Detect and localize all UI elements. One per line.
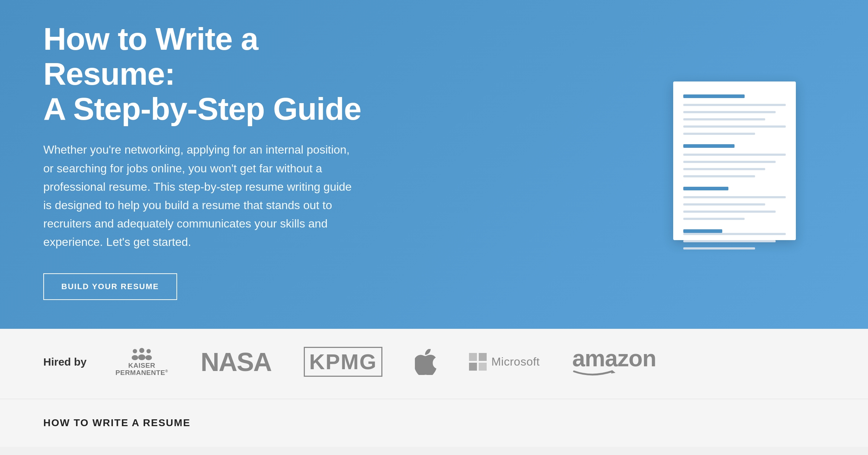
svg-point-2 bbox=[139, 348, 144, 353]
resume-lines-group bbox=[683, 196, 786, 223]
microsoft-grid-icon bbox=[469, 353, 487, 371]
resume-gray-line bbox=[683, 196, 786, 198]
resume-illustration bbox=[673, 81, 796, 240]
logos-row: KAISER PERMANENTE® NASA KPMG M bbox=[115, 347, 656, 377]
section-heading: HOW TO WRITE A RESUME bbox=[43, 417, 825, 429]
svg-point-5 bbox=[145, 355, 152, 360]
resume-gray-line bbox=[683, 118, 765, 120]
hired-by-label: Hired by bbox=[43, 356, 87, 368]
resume-section-4 bbox=[683, 229, 786, 252]
kaiser-permanente-logo: KAISER PERMANENTE® bbox=[115, 347, 168, 377]
amazon-smile-icon bbox=[572, 370, 615, 377]
resume-gray-line bbox=[683, 175, 755, 177]
resume-gray-line bbox=[683, 240, 776, 242]
resume-gray-line bbox=[683, 203, 765, 206]
build-resume-button[interactable]: BUILD YOUR RESUME bbox=[43, 273, 177, 300]
kaiser-icon bbox=[131, 347, 152, 362]
microsoft-text: Microsoft bbox=[491, 355, 540, 368]
resume-gray-line bbox=[683, 125, 786, 128]
microsoft-logo: Microsoft bbox=[469, 353, 540, 371]
resume-gray-line bbox=[683, 218, 745, 220]
nasa-text: NASA bbox=[201, 347, 271, 377]
svg-point-4 bbox=[146, 349, 151, 353]
resume-gray-line bbox=[683, 104, 786, 106]
hero-section: How to Write a Resume:A Step-by-Step Gui… bbox=[0, 0, 868, 329]
resume-gray-line bbox=[683, 154, 786, 156]
hero-description: Whether you're networking, applying for … bbox=[43, 141, 357, 251]
resume-section-1 bbox=[683, 94, 786, 138]
resume-lines-group bbox=[683, 233, 786, 252]
resume-blue-line bbox=[683, 144, 735, 148]
resume-lines-group bbox=[683, 104, 786, 138]
resume-gray-line bbox=[683, 111, 776, 113]
svg-point-0 bbox=[133, 349, 137, 353]
nasa-logo: NASA bbox=[201, 347, 271, 377]
hero-title: How to Write a Resume:A Step-by-Step Gui… bbox=[43, 22, 368, 126]
kpmg-text: KPMG bbox=[304, 347, 382, 377]
logos-section: Hired by KAISER PERMANENTE® NASA K bbox=[0, 329, 868, 399]
amazon-text: amazon bbox=[572, 347, 656, 370]
resume-gray-line bbox=[683, 168, 765, 170]
resume-blue-line bbox=[683, 94, 745, 98]
svg-marker-6 bbox=[611, 370, 615, 374]
resume-lines-group bbox=[683, 154, 786, 180]
resume-blue-line bbox=[683, 229, 722, 233]
resume-section-3 bbox=[683, 187, 786, 223]
svg-point-1 bbox=[132, 355, 138, 360]
resume-gray-line bbox=[683, 133, 755, 135]
kpmg-logo: KPMG bbox=[304, 347, 382, 377]
resume-gray-line bbox=[683, 247, 755, 249]
resume-blue-line bbox=[683, 187, 728, 190]
hero-content: How to Write a Resume:A Step-by-Step Gui… bbox=[43, 22, 368, 300]
apple-logo bbox=[415, 349, 437, 375]
bottom-section: HOW TO WRITE A RESUME bbox=[0, 399, 868, 447]
kaiser-text: KAISER PERMANENTE® bbox=[115, 362, 168, 377]
resume-gray-line bbox=[683, 233, 786, 235]
svg-point-3 bbox=[138, 354, 145, 360]
amazon-logo: amazon bbox=[572, 347, 656, 377]
resume-section-2 bbox=[683, 144, 786, 180]
resume-gray-line bbox=[683, 161, 776, 163]
resume-gray-line bbox=[683, 211, 776, 213]
apple-icon bbox=[415, 349, 437, 375]
